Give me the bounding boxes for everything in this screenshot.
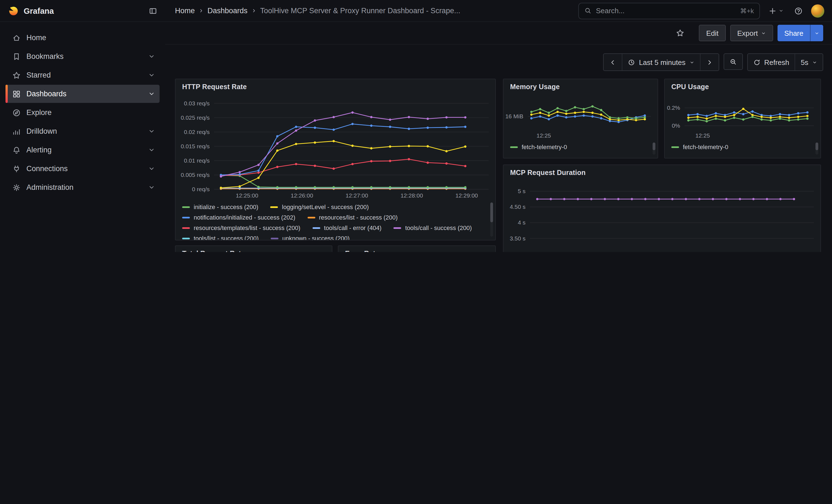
chart-legend: fetch-telemetry-0 [665, 140, 821, 158]
svg-text:0 req/s: 0 req/s [192, 186, 210, 192]
share-button[interactable]: Share [778, 25, 810, 41]
legend-scrollbar-thumb[interactable] [653, 142, 655, 150]
legend-item[interactable]: initialize - success (200) [182, 203, 258, 211]
sidebar-item-label: Explore [26, 108, 52, 117]
search-input[interactable]: Search... ⌘+k [578, 2, 760, 19]
panel-title[interactable]: CPU Usage [665, 79, 821, 95]
refresh-button[interactable]: Refresh [748, 54, 795, 71]
legend-item[interactable]: logging/setLevel - success (200) [270, 203, 369, 211]
sidebar-item-connections[interactable]: Connections [5, 160, 160, 178]
drilldown-icon [12, 127, 21, 136]
time-range-group: Last 5 minutes [603, 53, 719, 71]
export-button[interactable]: Export [730, 25, 773, 41]
sidebar-item-label: Administration [26, 183, 74, 191]
timeseries-chart[interactable]: 0 req/s0.005 req/s0.01 req/s0.015 req/s0… [176, 95, 495, 200]
legend-scrollbar[interactable] [815, 142, 818, 155]
panel-title[interactable]: Error Rate [338, 246, 495, 252]
legend-label: tools/call - success (200) [405, 224, 472, 232]
chevron-down-icon[interactable] [148, 53, 155, 60]
sidebar-item-drilldown[interactable]: Drilldown [5, 122, 160, 140]
legend-item[interactable]: fetch-telemetry-0 [510, 143, 567, 151]
chevron-down-icon [689, 60, 694, 65]
legend-item[interactable]: fetch-telemetry-0 [671, 143, 728, 151]
add-button[interactable] [766, 4, 786, 17]
sidebar-item-alerting[interactable]: Alerting [5, 141, 160, 159]
dock-sidebar-button[interactable] [146, 4, 160, 17]
sidebar-item-bookmarks[interactable]: Bookmarks [5, 47, 160, 65]
share-menu-button[interactable] [810, 25, 823, 41]
grafana-logo-icon[interactable] [8, 5, 19, 17]
timeseries-chart[interactable]: 2.50 s3 s3.50 s4 s4.50 s5 s12:25:0012:26… [503, 181, 821, 252]
chevron-down-icon[interactable] [148, 184, 155, 191]
refresh-interval-picker[interactable]: 5s [795, 54, 823, 71]
chevron-down-icon[interactable] [148, 128, 155, 135]
svg-text:4 s: 4 s [518, 219, 525, 226]
legend-item[interactable]: tools/call - error (404) [313, 224, 382, 232]
chevron-down-icon[interactable] [148, 165, 155, 172]
refresh-icon [753, 59, 760, 66]
legend-item[interactable]: tools/list - success (200) [182, 234, 259, 240]
panel-title[interactable]: MCP Request Duration [503, 165, 821, 181]
timeseries-chart[interactable]: 0.2%0%12:25 [665, 95, 821, 140]
sidebar-item-label: Drilldown [26, 127, 57, 135]
help-button[interactable] [792, 4, 805, 17]
legend-label: resources/templates/list - success (200) [194, 224, 301, 232]
edit-button[interactable]: Edit [699, 25, 726, 41]
legend-item[interactable]: notifications/initialized - success (202… [182, 213, 295, 222]
legend-scrollbar[interactable] [490, 203, 493, 237]
svg-text:0%: 0% [672, 123, 680, 129]
panel-title[interactable]: Memory Usage [503, 79, 657, 95]
panel-error-rate: Error Rate 0% [338, 245, 496, 252]
sidebar-item-administration[interactable]: Administration [5, 178, 160, 196]
svg-text:12:29:00: 12:29:00 [456, 192, 478, 198]
series-color-swatch [394, 227, 401, 229]
breadcrumb-item: ToolHive MCP Server & Proxy Runner Dashb… [260, 7, 460, 15]
favorite-star-button[interactable] [674, 26, 687, 39]
sidebar-item-label: Starred [26, 71, 51, 79]
legend-item[interactable]: tools/call - success (200) [394, 224, 472, 232]
series-color-swatch [182, 206, 190, 208]
legend-item[interactable]: resources/templates/list - success (200) [182, 224, 301, 232]
brand-zone: Grafana [0, 4, 165, 17]
legend-item[interactable]: resources/list - success (200) [307, 213, 397, 222]
svg-text:0.02 req/s: 0.02 req/s [184, 129, 210, 135]
chevron-down-icon [814, 30, 820, 35]
avatar[interactable] [811, 4, 824, 17]
chevron-right-icon [706, 59, 713, 66]
dashboard-content: Edit Export Share Last 5 minutes [165, 22, 832, 252]
compass-icon [12, 108, 21, 117]
chevron-down-icon[interactable] [148, 72, 155, 79]
svg-text:0.015 req/s: 0.015 req/s [181, 143, 210, 150]
sidebar-item-dashboards[interactable]: Dashboards [5, 85, 160, 103]
chevron-down-icon [779, 8, 784, 13]
time-range-picker[interactable]: Last 5 minutes [622, 54, 700, 71]
series-color-swatch [182, 227, 190, 229]
sidebar-item-home[interactable]: Home [5, 29, 160, 47]
panel-title[interactable]: HTTP Request Rate [176, 79, 495, 95]
top-navigation: Grafana HomeDashboardsToolHive MCP Serve… [0, 0, 832, 22]
dock-icon [149, 6, 157, 15]
sidebar-item-explore[interactable]: Explore [5, 103, 160, 122]
legend-scrollbar-thumb[interactable] [815, 142, 818, 150]
svg-text:5 s: 5 s [518, 188, 525, 194]
legend-scrollbar[interactable] [653, 142, 655, 155]
legend-item[interactable]: unknown - success (200) [271, 234, 350, 240]
breadcrumb-item[interactable]: Home [175, 7, 195, 15]
chevron-down-icon[interactable] [148, 147, 155, 154]
zoom-out-button[interactable] [723, 53, 743, 70]
panel-title[interactable]: Total Request Rate [176, 246, 332, 252]
svg-text:12:27:00: 12:27:00 [345, 192, 368, 198]
sidebar-item-starred[interactable]: Starred [5, 66, 160, 84]
svg-text:3 s: 3 s [518, 251, 525, 252]
series-color-swatch [510, 147, 518, 148]
svg-text:12:28:00: 12:28:00 [400, 192, 423, 198]
svg-text:0.03 req/s: 0.03 req/s [184, 100, 210, 106]
chevron-down-icon[interactable] [148, 90, 155, 97]
star-icon [676, 29, 685, 37]
breadcrumb-item[interactable]: Dashboards [207, 7, 248, 15]
sidebar-item-label: Home [26, 33, 46, 42]
timeseries-chart[interactable]: 16 MiB12:25 [503, 95, 657, 140]
legend-scrollbar-thumb[interactable] [490, 203, 493, 222]
time-back-button[interactable] [604, 54, 622, 71]
time-forward-button[interactable] [700, 54, 718, 71]
